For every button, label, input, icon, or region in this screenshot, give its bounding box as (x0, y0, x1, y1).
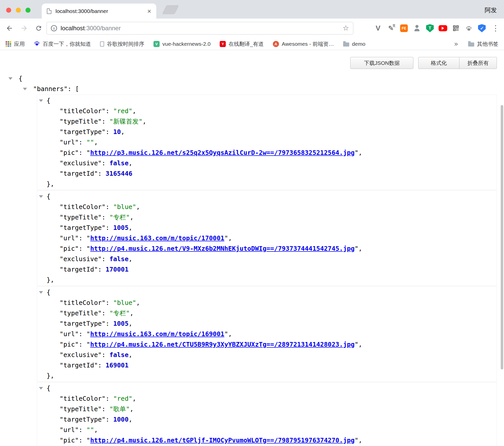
bookmark-awesomes[interactable]: A Awesomes - 前端资… (273, 40, 334, 48)
address-bar[interactable]: i localhost:3000/banner ☆ (47, 22, 353, 35)
bookmark-vue-hackernews[interactable]: V vue-hackernews-2.0 (153, 41, 211, 47)
octotree-person-extension-icon[interactable] (412, 24, 422, 33)
navigation-bar: i localhost:3000/banner ☆ V ✎英 FE T ✓ ⋮ (0, 19, 504, 38)
json-property-line: "url": "http://music.163.com/m/topic/169… (37, 329, 497, 339)
folder-icon (468, 42, 474, 47)
json-property-line: "url": "", (37, 137, 497, 147)
json-punctuation: , (129, 224, 132, 231)
json-property-line: "typeTitle": "专栏", (37, 308, 497, 318)
collapse-toggle-icon[interactable] (8, 77, 12, 80)
json-tree: {"banners": [{"titleColor": "red","typeT… (0, 73, 504, 446)
paw-extension-icon[interactable] (464, 24, 473, 33)
youdao-icon: Y (220, 41, 226, 47)
json-key: "targetId" (60, 362, 98, 369)
json-punctuation: " (86, 234, 90, 242)
json-punctuation: , (228, 234, 232, 242)
collapse-toggle-icon[interactable] (39, 99, 43, 102)
translate-pen-extension-icon[interactable]: ✎英 (386, 24, 396, 33)
json-string-value: "新碟首发" (109, 118, 143, 125)
json-string-value: "blue" (113, 203, 136, 211)
page-favicon-icon (47, 8, 51, 14)
new-tab-button[interactable] (162, 5, 179, 14)
json-key: "typeTitle" (60, 118, 102, 125)
json-object-box: {"titleColor": "red","typeTitle": "新碟首发"… (37, 95, 497, 190)
close-window-button[interactable] (6, 8, 11, 13)
json-punctuation: , (132, 395, 136, 402)
json-property-line: "exclusive": false, (37, 158, 497, 168)
back-icon[interactable] (6, 24, 13, 32)
json-url-link[interactable]: http://music.163.com/m/topic/169001 (90, 330, 224, 338)
forward-icon[interactable] (20, 24, 28, 32)
reload-icon[interactable] (35, 25, 42, 32)
youtube-extension-icon[interactable] (438, 24, 447, 33)
profile-name[interactable]: 阿发 (485, 6, 497, 14)
json-punctuation: , (136, 203, 140, 211)
json-punctuation: : (79, 234, 86, 242)
json-string-value: "专栏" (109, 214, 130, 221)
collapse-toggle-icon[interactable] (23, 88, 27, 90)
json-object-open-line: { (37, 191, 497, 202)
bookmark-google-sort[interactable]: 谷歌按时间排序 (100, 40, 144, 48)
json-key: "exclusive" (60, 255, 102, 263)
format-button[interactable]: 格式化 (418, 57, 459, 69)
json-punctuation: " (224, 234, 228, 242)
json-punctuation: , (358, 245, 362, 252)
json-punctuation: : (106, 299, 113, 306)
bookmark-label: demo (352, 41, 366, 47)
bookmark-label: Awesomes - 前端资… (282, 40, 334, 48)
page-info-icon[interactable]: i (51, 25, 57, 31)
page-content: 下载JSON数据 格式化 折叠所有 {"banners": [{"titleCo… (0, 50, 504, 446)
json-punctuation: , (143, 118, 146, 125)
json-url-link[interactable]: http://music.163.com/m/topic/170001 (90, 234, 224, 242)
json-punctuation: : (79, 330, 86, 338)
tampermonkey-shield-extension-icon[interactable]: T (425, 24, 435, 33)
other-bookmarks[interactable]: 其他书签 (468, 40, 498, 48)
bookmark-star-icon[interactable]: ☆ (343, 25, 349, 32)
tab-close-icon[interactable]: × (147, 8, 151, 14)
json-url-link[interactable]: http://p4.music.126.net/V9-MXz6b2MNhEKju… (90, 245, 355, 252)
bookmark-apps[interactable]: 应用 (6, 40, 25, 48)
json-punctuation: , (129, 416, 132, 423)
browser-tab[interactable]: localhost:3000/banner × (42, 4, 156, 19)
json-object-box: {"titleColor": "blue","typeTitle": "专栏",… (37, 286, 497, 382)
fehelper-extension-icon[interactable]: FE (399, 24, 409, 33)
json-property-line: "exclusive": false, (37, 350, 497, 360)
bookmarks-overflow-chevron-icon[interactable]: » (454, 40, 458, 48)
json-punctuation: , (129, 351, 132, 359)
json-url-link[interactable]: http://p4.music.126.net/tGPljf-IMOCyPvum… (90, 437, 355, 444)
json-key: "typeTitle" (60, 214, 102, 221)
tab-title: localhost:3000/banner (55, 8, 147, 14)
vimium-extension-icon[interactable]: V (373, 24, 383, 33)
json-punctuation: : (102, 309, 109, 317)
json-punctuation: : (79, 245, 86, 252)
window-controls (6, 8, 31, 13)
baidu-paw-icon (34, 40, 40, 48)
json-property-line: "pic": "http://p4.music.126.net/CTU5B9R9… (37, 339, 497, 350)
json-property-line: "typeTitle": "新碟首发", (37, 116, 497, 127)
url-text[interactable]: localhost:3000/banner (61, 25, 121, 32)
minimize-window-button[interactable] (16, 8, 21, 13)
bookmark-youdao-translate[interactable]: Y 在线翻译_有道 (220, 40, 264, 48)
json-root-open-line: { (0, 73, 504, 84)
json-punctuation: { (47, 289, 50, 296)
json-number-value: 1005 (113, 320, 129, 327)
json-punctuation: : (79, 139, 86, 146)
json-punctuation: : (98, 170, 106, 177)
collapse-toggle-icon[interactable] (39, 387, 43, 390)
json-url-link[interactable]: http://p3.music.126.net/s25q2x5QyqsAzilC… (90, 149, 355, 156)
json-property-line: "pic": "http://p4.music.126.net/tGPljf-I… (37, 435, 497, 445)
vertical-scrollbar[interactable] (501, 105, 503, 369)
qrcode-extension-icon[interactable] (451, 24, 460, 33)
zoom-window-button[interactable] (25, 8, 31, 13)
collapse-all-button[interactable]: 折叠所有 (459, 57, 497, 69)
json-key: "pic" (60, 341, 79, 348)
chrome-menu-icon[interactable]: ⋮ (490, 24, 501, 32)
collapse-toggle-icon[interactable] (39, 195, 43, 198)
collapse-toggle-icon[interactable] (39, 291, 43, 294)
json-key: "titleColor" (60, 107, 106, 115)
bookmark-demo-folder[interactable]: demo (343, 41, 366, 47)
bookmark-baidu[interactable]: 百度一下，你就知道 (34, 40, 91, 48)
security-shield-extension-icon[interactable]: ✓ (477, 24, 486, 33)
download-json-button[interactable]: 下载JSON数据 (350, 57, 413, 69)
json-url-link[interactable]: http://p4.music.126.net/CTU5B9R9y3XyYBZX… (90, 341, 355, 348)
